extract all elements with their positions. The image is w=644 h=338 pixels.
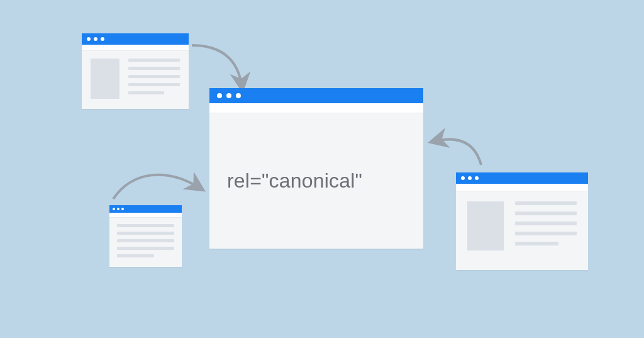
canonical-window: rel="canonical" (209, 88, 423, 249)
window-content (82, 51, 189, 109)
window-control-dot (236, 93, 241, 98)
arrow-right-to-center (433, 139, 481, 165)
window-titlebar (209, 88, 423, 103)
text-lines-placeholder (515, 201, 577, 260)
window-control-dot (461, 176, 465, 180)
window-titlebar (82, 33, 189, 45)
window-content: rel="canonical" (209, 113, 423, 249)
window-control-dot (113, 208, 115, 210)
arrow-top-left-to-center (192, 45, 242, 88)
diagram-canvas: rel="canonical" (0, 0, 644, 338)
source-window-right (456, 172, 588, 270)
window-titlebar (109, 205, 182, 213)
window-titlebar (456, 172, 588, 184)
window-content (109, 218, 182, 267)
source-window-top-left (82, 33, 189, 109)
window-control-dot (94, 37, 97, 41)
arrow-bottom-left-to-center (113, 175, 201, 199)
window-content (456, 191, 588, 270)
window-control-dot (101, 37, 104, 41)
window-toolbar (82, 45, 189, 51)
canonical-label: rel="canonical" (227, 169, 362, 193)
window-control-dot (226, 93, 231, 98)
window-control-dot (468, 176, 472, 180)
window-control-dot (121, 208, 124, 210)
text-lines-placeholder (128, 59, 180, 101)
window-toolbar (109, 213, 182, 218)
window-toolbar (456, 184, 588, 191)
window-control-dot (87, 37, 91, 41)
image-placeholder (91, 59, 119, 99)
text-lines-placeholder (117, 224, 174, 261)
image-placeholder (467, 201, 504, 251)
window-toolbar (209, 103, 423, 113)
window-control-dot (117, 208, 119, 210)
window-control-dot (217, 93, 222, 98)
source-window-bottom-left (109, 205, 182, 267)
window-control-dot (475, 176, 479, 180)
